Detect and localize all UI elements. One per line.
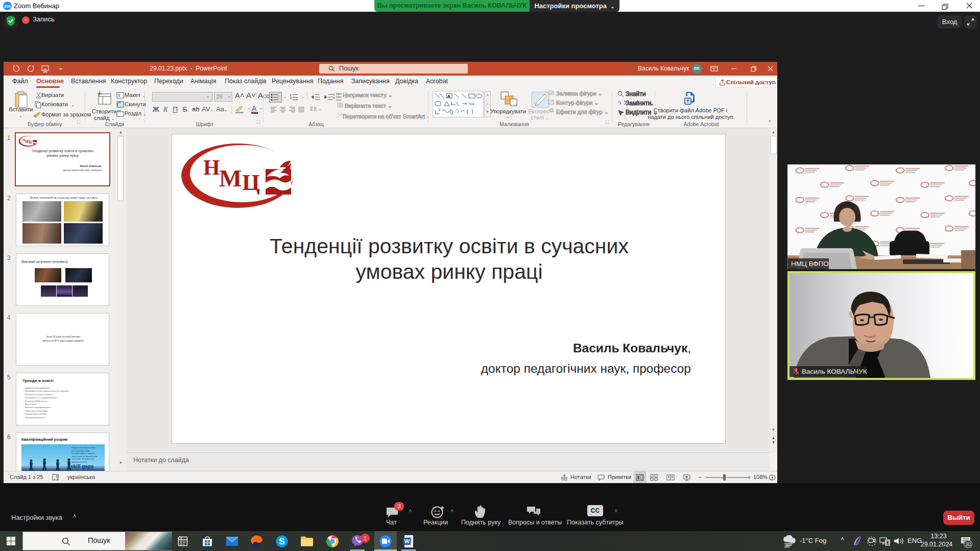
svg-text:A: A bbox=[447, 94, 450, 99]
svg-text:Ц: Ц bbox=[29, 140, 32, 145]
svg-text:Ц: Ц bbox=[242, 170, 260, 195]
svg-text:S: S bbox=[279, 537, 284, 546]
svg-text:Контур фігури ⌄: Контур фігури ⌄ bbox=[556, 100, 599, 106]
svg-text:Н: Н bbox=[203, 156, 220, 179]
svg-text:⌄: ⌄ bbox=[650, 101, 654, 106]
svg-text:Перетворити на об'єкт SmartArt: Перетворити на об'єкт SmartArt ⌄ bbox=[343, 113, 428, 119]
svg-text:Заливка фігури ⌄: Заливка фігури ⌄ bbox=[556, 90, 603, 97]
svg-text:Напрямок тексту ⌄: Напрямок тексту ⌄ bbox=[343, 92, 393, 98]
svg-text:Ефекти для фігур ⌄: Ефекти для фігур ⌄ bbox=[556, 109, 609, 115]
svg-text:W: W bbox=[404, 538, 410, 544]
svg-text:Знайти: Знайти bbox=[626, 90, 646, 98]
svg-text:Вирівняти текст ⌄: Вирівняти текст ⌄ bbox=[345, 103, 392, 109]
svg-text:Замінити: Замінити bbox=[626, 100, 651, 107]
svg-text:М: М bbox=[25, 139, 29, 144]
svg-text:М: М bbox=[219, 165, 242, 191]
